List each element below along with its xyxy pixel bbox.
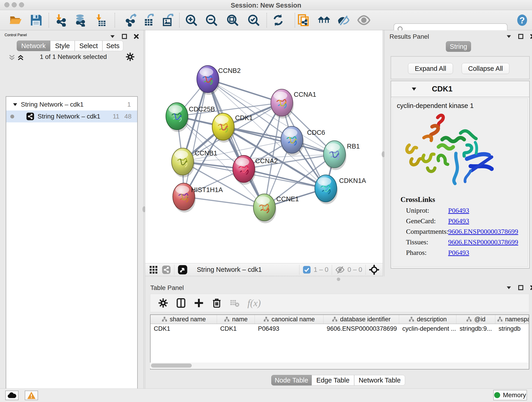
warnings-button[interactable] <box>25 390 38 400</box>
column-header-canonical-name[interactable]: canonical name <box>255 315 323 324</box>
column-header-description[interactable]: description <box>399 315 456 324</box>
zoom-in-button[interactable] <box>185 13 198 27</box>
table-settings-gear-icon[interactable] <box>158 298 168 308</box>
houses-icon <box>317 14 330 27</box>
network-options-gear-icon[interactable] <box>126 52 135 61</box>
string-view-icon[interactable] <box>162 265 171 274</box>
network-node-RB1[interactable]: RB1 <box>323 141 360 170</box>
network-selection-summary: 1 of 1 Network selected <box>30 53 117 61</box>
panel-menu-icon[interactable] <box>109 33 115 39</box>
crosslink-value-link[interactable]: P06493 <box>448 217 469 228</box>
zoom-selected-button[interactable] <box>247 13 260 27</box>
network-node-CDK1[interactable]: CDK1 <box>212 113 253 143</box>
help-button[interactable]: ? <box>515 13 529 27</box>
zoom-fit-icon <box>226 14 239 27</box>
crosslink-value-link[interactable]: 9606.ENSP00000378699 <box>448 238 518 249</box>
collapse-all-tree-icon[interactable] <box>8 54 16 61</box>
column-header-shared-name[interactable]: shared name <box>151 315 217 324</box>
table-cell[interactable]: P06493 <box>255 325 323 332</box>
save-session-button[interactable] <box>30 13 43 27</box>
column-header-namespace[interactable]: namespace <box>495 315 529 324</box>
collapse-all-button[interactable]: Collapse All <box>462 63 509 74</box>
panel-close-icon[interactable] <box>530 285 532 291</box>
table-cell[interactable]: cyclin-dependent ... <box>399 325 456 332</box>
network-node-CDC25B[interactable]: CDC25B <box>166 103 215 132</box>
expand-all-button[interactable]: Expand All <box>408 63 453 74</box>
zoom-fit-button[interactable] <box>226 13 239 27</box>
function-builder-icon-disabled[interactable]: f(x) <box>247 298 261 308</box>
grid-view-icon[interactable] <box>149 265 158 274</box>
apply-layout-button[interactable] <box>272 13 285 27</box>
table-horizontal-scrollbar[interactable] <box>150 363 528 369</box>
network-canvas[interactable]: CCNB2CCNA1CDC25BCDK1CDC6RB1CCNB1CCNA2CDK… <box>145 30 383 263</box>
import-network-file-button[interactable] <box>54 13 67 27</box>
tab-select[interactable]: Select <box>75 41 102 51</box>
tab-node-table[interactable]: Node Table <box>271 375 312 385</box>
tab-network-table[interactable]: Network Table <box>354 375 405 385</box>
network-node-CCNB2[interactable]: CCNB2 <box>197 65 241 95</box>
panel-menu-icon[interactable] <box>506 285 512 291</box>
new-network-from-selection-button[interactable] <box>297 13 310 27</box>
hide-selected-button[interactable] <box>337 13 350 27</box>
panel-close-icon[interactable] <box>133 33 139 39</box>
zoom-out-button[interactable] <box>205 13 218 27</box>
network-node-CDKN1A[interactable]: CDKN1A <box>315 175 366 204</box>
tab-sets-label: Sets <box>106 42 119 50</box>
selected-checkbox-icon[interactable] <box>303 266 311 274</box>
column-header-label: name <box>232 316 248 323</box>
show-columns-icon[interactable] <box>176 298 186 308</box>
tab-network[interactable]: Network <box>17 41 50 51</box>
scrollbar-thumb[interactable] <box>151 364 192 368</box>
fit-selection-crosshair-icon[interactable] <box>369 264 380 275</box>
column-header-name[interactable]: name <box>217 315 255 324</box>
table-cell[interactable]: CDK1 <box>217 325 255 332</box>
import-network-database-button[interactable] <box>73 13 87 27</box>
panel-menu-icon[interactable] <box>506 33 512 39</box>
splitter-handle[interactable] <box>337 278 340 281</box>
vertical-splitter-right[interactable] <box>383 30 385 282</box>
tab-sets[interactable]: Sets <box>102 41 123 51</box>
network-row-selected[interactable]: String Network – cdk1 11 48 <box>6 110 137 122</box>
column-header--id[interactable]: @id <box>456 315 495 324</box>
table-cell[interactable]: stringdb:9... <box>456 325 495 332</box>
cloud-status-button[interactable] <box>5 390 19 400</box>
network-node-CCNE1[interactable]: CCNE1 <box>253 194 299 223</box>
network-collection-row[interactable]: String Network – cdk1 1 <box>6 99 137 110</box>
crosslink-value-link[interactable]: P06493 <box>448 206 469 217</box>
panel-close-icon[interactable] <box>530 33 532 39</box>
import-table-file-button[interactable] <box>94 13 107 27</box>
vertical-splitter-left[interactable] <box>143 30 145 389</box>
table-row[interactable]: CDK1CDK1P064939606.ENSP00000378699cyclin… <box>151 324 529 333</box>
export-image-button[interactable] <box>161 13 174 27</box>
network-edge[interactable] <box>184 197 264 207</box>
panel-float-icon[interactable] <box>121 33 127 39</box>
show-all-button[interactable] <box>357 13 370 27</box>
first-neighbors-button[interactable] <box>317 13 331 27</box>
hidden-eye-slash-icon[interactable] <box>335 265 345 274</box>
panel-float-icon[interactable] <box>518 33 524 39</box>
tab-string[interactable]: String <box>446 41 471 52</box>
column-header-database-identifier[interactable]: database identifier <box>323 315 399 324</box>
export-table-button[interactable] <box>143 13 156 27</box>
add-column-icon[interactable] <box>194 298 204 308</box>
tab-style[interactable]: Style <box>50 41 75 51</box>
table-cell[interactable]: stringdb <box>495 325 529 332</box>
crosslink-value-link[interactable]: P06493 <box>448 249 469 259</box>
protein-expander-icon[interactable] <box>411 86 417 92</box>
table-cell[interactable]: 9606.ENSP00000378699 <box>323 325 399 332</box>
open-file-button[interactable] <box>9 13 22 27</box>
network-node-HIST1H1A[interactable]: HIST1H1A <box>173 183 223 212</box>
memory-button[interactable]: Memory <box>493 390 527 400</box>
birdseye-view-icon[interactable] <box>177 265 188 275</box>
protein-header-row[interactable]: CDK1 <box>391 81 529 97</box>
table-cell[interactable]: CDK1 <box>151 325 217 332</box>
expand-all-tree-icon[interactable] <box>17 54 25 61</box>
collection-expander-icon[interactable] <box>13 102 18 107</box>
export-network-button[interactable] <box>124 13 138 27</box>
panel-float-icon[interactable] <box>518 285 524 291</box>
delete-column-trash-icon[interactable] <box>212 298 222 308</box>
network-node-CDC6[interactable]: CDC6 <box>281 126 325 156</box>
tab-edge-table[interactable]: Edge Table <box>312 375 354 385</box>
crosslink-value-link[interactable]: 9606.ENSP00000378699 <box>448 228 518 238</box>
delete-table-icon-disabled[interactable] <box>230 298 240 308</box>
